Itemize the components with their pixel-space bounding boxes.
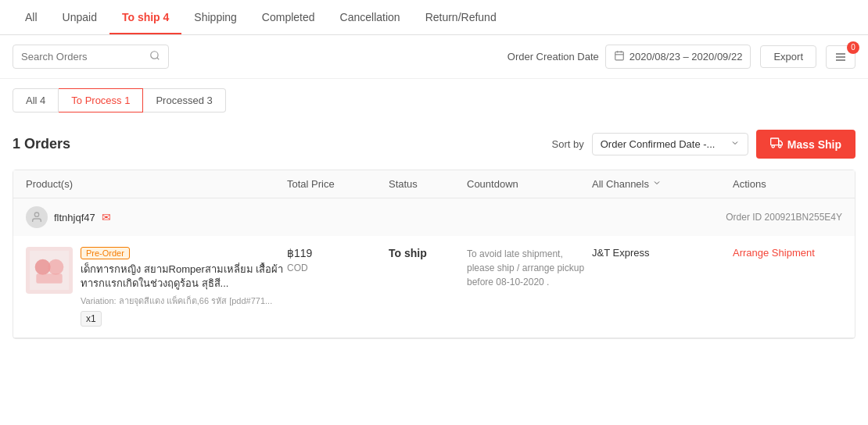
message-icon[interactable]: ✉: [102, 211, 111, 223]
svg-point-0: [151, 52, 158, 59]
qty-badge: x1: [81, 311, 102, 327]
price-cell: ฿119 COD: [287, 247, 389, 273]
export-button[interactable]: Export: [760, 45, 816, 68]
col-products: Product(s): [26, 178, 287, 190]
svg-point-15: [48, 259, 63, 275]
orders-table: Product(s) Total Price Status Countdown …: [13, 170, 855, 339]
sort-area: Sort by Order Confirmed Date -... Mass S…: [552, 130, 855, 159]
col-status: Status: [389, 178, 467, 190]
sub-tab-all[interactable]: All 4: [13, 88, 59, 112]
col-countdown: Countdown: [467, 178, 592, 190]
date-range-picker[interactable]: 2020/08/23 – 2020/09/22: [605, 45, 751, 69]
price-value: ฿119: [287, 247, 389, 259]
svg-point-10: [772, 145, 774, 148]
ship-icon: [770, 137, 783, 152]
status-ship: To ship: [389, 247, 467, 259]
sub-tab-processed[interactable]: Processed 3: [143, 88, 225, 112]
order-meta: fltnhjqf47 ✉ Order ID 200921BN255E4Y: [13, 198, 855, 236]
tab-all[interactable]: All: [13, 0, 50, 34]
tab-to-ship[interactable]: To ship 4: [109, 0, 181, 34]
toolbar: Order Creation Date 2020/08/23 – 2020/09…: [0, 35, 868, 79]
order-item-row: Pre-Order เด็กทารกหญิง สยามRomperสามเหลี…: [13, 236, 855, 338]
status-cell: To ship: [389, 247, 467, 264]
avatar: [26, 206, 48, 228]
tab-completed[interactable]: Completed: [249, 0, 328, 34]
pre-order-badge: Pre-Order: [81, 247, 130, 259]
product-variation: Variation: ลายจุดสีแดง แพ็คเก็ต,66 รหัส …: [81, 294, 287, 308]
search-box[interactable]: [13, 45, 169, 69]
orders-header: 1 Orders Sort by Order Confirmed Date -.…: [0, 122, 868, 170]
product-cell: Pre-Order เด็กทารกหญิง สยามRomperสามเหลี…: [26, 247, 287, 327]
tab-cancellation[interactable]: Cancellation: [328, 0, 413, 34]
date-range-value: 2020/08/23 – 2020/09/22: [629, 51, 743, 62]
tab-return-refund[interactable]: Return/Refund: [413, 0, 509, 34]
table-header-row: Product(s) Total Price Status Countdown …: [13, 170, 855, 198]
order-id: Order ID 200921BN255E4Y: [726, 212, 842, 223]
username: fltnhjqf47: [54, 212, 95, 223]
price-cod: COD: [287, 262, 389, 273]
date-filter-label: Order Creation Date: [508, 51, 599, 62]
product-name: เด็กทารกหญิง สยามRomperสามเหลี่ยม เสื้อผ…: [81, 262, 287, 291]
sub-tab-to-process[interactable]: To Process 1: [59, 88, 143, 112]
svg-point-12: [34, 212, 38, 216]
filter-button[interactable]: 0: [826, 45, 855, 69]
product-thumbnail: [26, 247, 73, 294]
sort-select[interactable]: Order Confirmed Date -...: [592, 133, 748, 155]
orders-count: 1 Orders: [13, 136, 70, 152]
chevron-down-icon: [730, 138, 740, 150]
status-note: To avoid late shipment, please ship / ar…: [467, 247, 592, 289]
tab-unpaid[interactable]: Unpaid: [50, 0, 109, 34]
date-filter: Order Creation Date 2020/08/23 – 2020/09…: [508, 45, 751, 69]
col-channels[interactable]: All Channels: [592, 178, 733, 190]
sort-label: Sort by: [552, 138, 584, 150]
top-tabs: All Unpaid To ship 4 Shipping Completed …: [0, 0, 868, 35]
col-total-price: Total Price: [287, 178, 389, 190]
chevron-down-icon: [652, 178, 662, 190]
product-info: Pre-Order เด็กทารกหญิง สยามRomperสามเหลี…: [81, 247, 287, 327]
sort-select-value: Order Confirmed Date -...: [601, 138, 726, 150]
actions-cell: Arrange Shipment: [733, 247, 842, 259]
order-user: fltnhjqf47 ✉: [26, 206, 111, 228]
countdown-cell: To avoid late shipment, please ship / ar…: [467, 247, 592, 289]
search-icon: [149, 50, 160, 63]
mass-ship-button[interactable]: Mass Ship: [756, 130, 855, 159]
mass-ship-label: Mass Ship: [787, 138, 841, 151]
filter-badge: 0: [847, 41, 859, 54]
table-row: fltnhjqf47 ✉ Order ID 200921BN255E4Y: [13, 198, 855, 338]
calendar-icon: [614, 50, 625, 63]
col-actions: Actions: [733, 178, 842, 190]
search-input[interactable]: [21, 51, 145, 62]
svg-rect-16: [36, 273, 62, 284]
svg-point-11: [778, 145, 780, 148]
sub-tabs: All 4 To Process 1 Processed 3: [0, 79, 868, 122]
channel-value: J&T Express: [592, 247, 649, 259]
channel-cell: J&T Express: [592, 247, 733, 259]
svg-line-1: [157, 58, 160, 60]
svg-rect-9: [770, 138, 778, 145]
svg-rect-2: [615, 52, 624, 60]
arrange-shipment-link[interactable]: Arrange Shipment: [733, 247, 815, 259]
tab-shipping[interactable]: Shipping: [181, 0, 249, 34]
